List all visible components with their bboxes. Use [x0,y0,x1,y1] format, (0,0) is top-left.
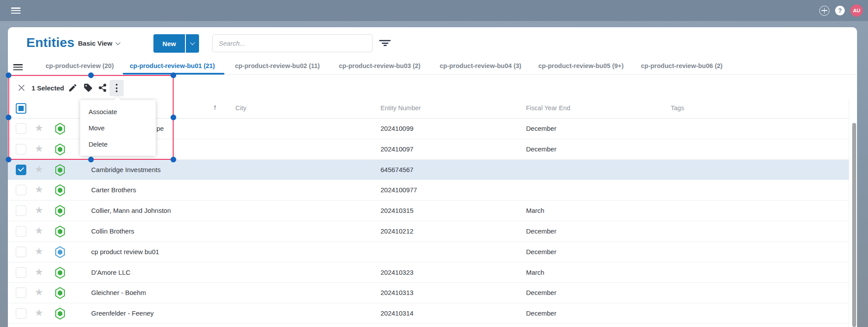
favorite-star-icon[interactable]: ★ [35,266,43,278]
new-button[interactable]: New [153,34,185,53]
entity-number: 202410212 [381,227,413,235]
row-checkbox[interactable] [16,226,26,237]
entities-card: Entities Basic View New cp-product-revie… [8,27,857,327]
fiscal-year-end: December [526,309,556,317]
annotation-handle[interactable] [171,72,176,78]
entity-name[interactable]: pe [157,125,164,132]
more-actions-button[interactable] [110,80,124,96]
scrollbar[interactable] [852,123,856,327]
fiscal-year-end: December [526,248,556,255]
row-checkbox[interactable] [16,123,26,134]
table-row[interactable]: ★ Carter Brothers 2024100977 [8,180,849,201]
entity-icon [55,144,65,155]
tab-list-menu-icon[interactable] [13,64,23,70]
entity-number: 202410314 [381,309,413,317]
table-row[interactable]: ★ Collier, Mann and Johnston 202410315 M… [8,201,849,221]
share-icon[interactable] [98,83,107,93]
table-row[interactable]: ★ Collin Brothers 202410212 December [8,221,849,242]
entity-number: 202410323 [381,269,413,276]
annotation-handle[interactable] [171,157,176,162]
favorite-star-icon[interactable]: ★ [35,164,43,175]
row-checkbox[interactable] [16,165,26,175]
row-checkbox[interactable] [16,144,26,155]
tab[interactable]: cp-product-review-bu06 (2) [641,62,722,69]
entity-number: 645674567 [381,166,413,173]
favorite-star-icon[interactable]: ★ [35,307,43,319]
top-bar: ? AU [0,0,868,21]
fiscal-year-end: December [526,289,556,296]
row-checkbox[interactable] [16,205,26,216]
entity-icon [55,308,65,320]
favorite-star-icon[interactable]: ★ [35,143,43,155]
table-row[interactable]: ★ cp product review bu01 December [8,242,849,262]
entity-name[interactable]: Collin Brothers [91,227,134,235]
favorite-star-icon[interactable]: ★ [35,122,43,134]
entity-name[interactable]: Greenfelder - Feeney [91,309,154,317]
annotation-handle[interactable] [171,115,176,120]
entity-name[interactable]: Gleichner - Boehm [91,289,146,296]
fiscal-year-end: March [526,207,544,214]
app-menu-icon[interactable] [11,7,21,14]
favorite-star-icon[interactable]: ★ [35,205,43,216]
annotation-handle[interactable] [88,157,94,162]
annotation-handle[interactable] [6,157,11,162]
table-row[interactable]: ★ Gleichner - Boehm 202410313 December [8,283,849,303]
select-all-checkbox[interactable] [16,103,26,114]
menu-item-delete[interactable]: Delete [80,136,156,152]
tab[interactable]: cp-product-review (20) [46,62,114,69]
fiscal-year-end: December [526,145,556,153]
favorite-star-icon[interactable]: ★ [35,225,43,237]
row-checkbox[interactable] [16,267,26,278]
entity-icon [55,287,65,299]
tab[interactable]: cp-product-review-bu02 (11) [235,62,320,69]
help-icon[interactable]: ? [835,6,845,15]
favorite-star-icon[interactable]: ★ [35,184,43,195]
column-header-fiscal-year-end[interactable]: Fiscal Year End [526,104,570,111]
clear-selection-icon[interactable] [18,84,25,92]
avatar[interactable]: AU [850,4,863,17]
actions-menu: Associate Move Delete [80,100,156,156]
page-title: Entities [26,35,75,50]
entity-name[interactable]: cp product review bu01 [91,248,159,255]
entity-icon [55,123,65,135]
entity-number: 2024100977 [381,186,417,194]
column-header-tags[interactable]: Tags [671,104,684,111]
annotation-handle[interactable] [6,115,11,120]
search-input[interactable] [212,34,373,52]
table-row[interactable]: ★ D'Amore LLC 202410323 March [8,262,849,283]
fiscal-year-end: December [526,125,556,132]
column-header-city[interactable]: City [235,104,246,111]
row-checkbox[interactable] [16,308,26,319]
entity-name[interactable]: Cambridge Investments [91,166,160,173]
tab[interactable]: cp-product-review-bu03 (2) [339,62,420,69]
new-dropdown-button[interactable] [185,34,199,53]
edit-icon[interactable] [68,83,78,93]
annotation-handle[interactable] [6,72,11,78]
add-icon[interactable] [819,6,829,16]
sort-ascending-icon[interactable]: ↑ [213,103,217,112]
entity-name[interactable]: D'Amore LLC [91,269,131,276]
fiscal-year-end: March [526,269,544,276]
table-row[interactable]: ★ Greenfelder - Feeney 202410314 Decembe… [8,303,849,324]
row-checkbox[interactable] [16,247,26,257]
entity-name[interactable]: Carter Brothers [91,186,136,194]
tab[interactable]: cp-product-review-bu04 (3) [440,62,521,69]
tab[interactable]: cp-product-review-bu01 (21) [130,62,215,69]
annotation-handle[interactable] [88,72,94,78]
row-checkbox[interactable] [16,287,26,298]
menu-caret [113,96,121,104]
row-checkbox[interactable] [16,185,26,195]
menu-item-move[interactable]: Move [80,120,156,136]
filter-icon[interactable] [379,40,391,47]
entity-name[interactable]: Collier, Mann and Johnston [91,207,171,214]
view-selector[interactable]: Basic View [78,40,120,47]
entity-icon [55,205,65,217]
favorite-star-icon[interactable]: ★ [35,246,43,257]
entity-icon [55,226,65,237]
tab[interactable]: cp-product-review-bu05 (9+) [538,62,624,69]
menu-item-associate[interactable]: Associate [80,104,156,120]
column-header-entity-number[interactable]: Entity Number [381,104,421,111]
favorite-star-icon[interactable]: ★ [35,287,43,298]
table-row[interactable]: ★ Cambridge Investments 645674567 [8,160,849,180]
tag-icon[interactable] [83,83,93,93]
